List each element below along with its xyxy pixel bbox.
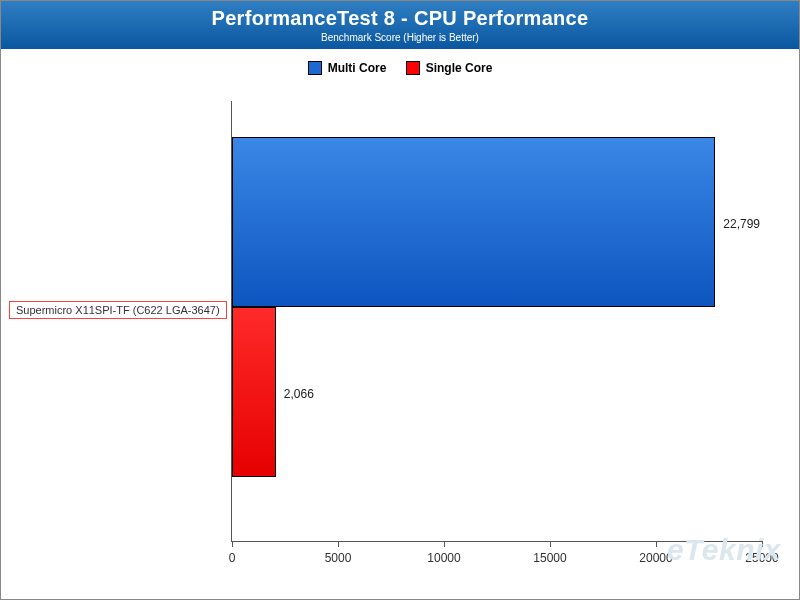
x-tick-label: 20000 [639,551,672,565]
chart-title: PerformanceTest 8 - CPU Performance [1,7,799,30]
bar-value-label: 2,066 [284,387,314,401]
bar-single-core [232,307,276,477]
legend-label: Multi Core [328,61,387,75]
legend-swatch-icon [308,61,322,75]
x-tick-label: 15000 [533,551,566,565]
x-tick-label: 0 [229,551,236,565]
x-tick [338,541,339,547]
bar-multi-core [232,137,715,307]
plot-area: 050001000015000200002500022,7992,066 [231,101,762,542]
chart-container: PerformanceTest 8 - CPU Performance Benc… [0,0,800,600]
chart-subtitle: Benchmark Score (Higher is Better) [1,32,799,43]
x-tick-label: 5000 [325,551,352,565]
x-tick [232,541,233,547]
legend-swatch-icon [406,61,420,75]
x-tick-label: 25000 [745,551,778,565]
title-band: PerformanceTest 8 - CPU Performance Benc… [1,1,799,49]
x-tick [444,541,445,547]
legend-label: Single Core [426,61,493,75]
x-tick [550,541,551,547]
x-tick [762,541,763,547]
legend-item-single-core: Single Core [406,61,493,75]
bar-value-label: 22,799 [723,217,760,231]
legend: Multi Core Single Core [1,61,799,78]
legend-item-multi-core: Multi Core [308,61,387,75]
x-tick [656,541,657,547]
category-label: Supermicro X11SPI-TF (C622 LGA-3647) [9,301,227,319]
x-tick-label: 10000 [427,551,460,565]
